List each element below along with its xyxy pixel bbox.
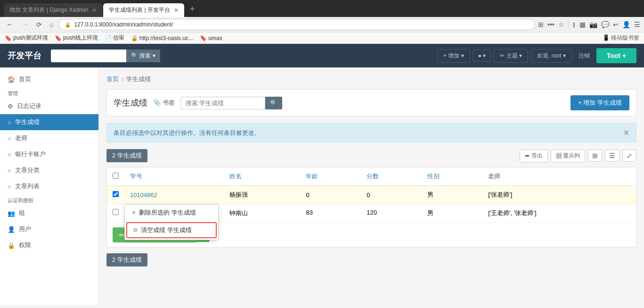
delete-icon: ✕ [131, 209, 136, 216]
row-1-age: 0 [300, 186, 361, 204]
row-2-checkbox[interactable] [113, 209, 119, 215]
reload-button[interactable]: ⟳ [34, 19, 44, 30]
page-search-input[interactable] [180, 97, 265, 109]
article-list-icon: ○ [8, 183, 11, 190]
sidebar-item-student-scores[interactable]: ○ 学生成绩 [0, 114, 98, 130]
star-icon[interactable]: ☆ [558, 21, 564, 28]
export-btn[interactable]: ➦ 导出 [520, 150, 547, 162]
col-score[interactable]: 分数 [361, 167, 422, 186]
sidebar-item-groups[interactable]: 👥 组 [0, 205, 98, 221]
list-view-btn[interactable]: ☰ [605, 150, 620, 162]
home-button[interactable]: ⌂ [47, 19, 56, 30]
add-student-score-btn[interactable]: + 增加 学生成绩 [571, 95, 629, 110]
header-search-btn[interactable]: 🔍 搜索 ▾ [126, 50, 160, 62]
dropdown-item-delete[interactable]: ✕ 删除所选的 学生成绩 [125, 205, 218, 221]
forward-button[interactable]: → [19, 19, 31, 30]
row-1-id-link[interactable]: 10104862 [130, 191, 157, 199]
back-button[interactable]: ← [4, 19, 16, 30]
chat-icon[interactable]: 💬 [601, 21, 609, 28]
col-student-id[interactable]: 学号 [124, 167, 224, 186]
display-columns-btn[interactable]: ▦ 显示列 [551, 150, 585, 162]
alert-close-btn[interactable]: ✕ [623, 128, 629, 137]
page-search-btn[interactable]: 🔍 [265, 97, 282, 109]
bookmarks-bar: 🔖 push测试环境 🔖 push线上环境 📄 信审 🔒 http://test… [0, 33, 644, 44]
breadcrumb-home-link[interactable]: 首页 [106, 75, 119, 83]
undo-icon[interactable]: ↩ [613, 21, 619, 28]
lock-icon: 🔒 [65, 22, 71, 28]
grid-icon[interactable]: ⊞ [538, 21, 544, 28]
browser-chrome: 增加 文章列表 | Django Xadmin ✕ 学生成绩列表 | 开发平台 … [0, 0, 644, 44]
users-icon: 👤 [8, 226, 15, 233]
breadcrumb-current: 学生成绩 [126, 75, 151, 83]
bottom-count-badge: 2 学生成绩 [106, 253, 147, 266]
account-icon[interactable]: 👤 [622, 21, 630, 28]
more-icon[interactable]: ••• [547, 21, 554, 28]
bookmark-5[interactable]: 🔖 umas [200, 35, 222, 42]
sidebar-item-article-category[interactable]: ○ 文章分类 [0, 162, 98, 178]
action-dropdown-menu: ✕ 删除所选的 学生成绩 ⚙ 清空成绩 学生成绩 [124, 204, 219, 240]
table-row: 10104862 杨振强 0 0 男 ['张老师'] [107, 186, 636, 204]
expand-view-btn[interactable]: ⤢ [622, 150, 636, 162]
sidebar-item-teacher[interactable]: ○ 老师 [0, 130, 98, 146]
theme-menu-btn[interactable]: ✏ 主题 ▾ [494, 49, 528, 63]
browser-tab-1[interactable]: 增加 文章列表 | Django Xadmin ✕ [4, 3, 102, 17]
header-right: + 增加 ▾ ● ▾ ✏ 主题 ▾ 欢迎, root ▾ 注销 Toot + [437, 48, 636, 63]
browser-tab-2[interactable]: 学生成绩列表 | 开发平台 ✕ [103, 3, 184, 17]
tab1-label: 增加 文章列表 | Django Xadmin [9, 6, 88, 14]
sidebar-item-home[interactable]: 🏠 首页 [0, 71, 98, 87]
card-view-btn[interactable]: ⊞ [588, 150, 602, 162]
table-row: ✕ 删除所选的 学生成绩 ⚙ 清空成绩 学生成绩 钟南山 83 [107, 204, 636, 223]
add-menu-btn[interactable]: + 增加 ▾ [437, 49, 470, 63]
sidebar-icon[interactable]: ⫿ [572, 21, 576, 28]
row-2-age: 83 [300, 204, 361, 223]
sidebar-section-auth: 认证和授权 [0, 194, 98, 205]
row-1-gender: 男 [422, 186, 482, 204]
logout-btn[interactable]: 注销 [575, 50, 594, 62]
logs-icon: ⚙ [8, 103, 13, 110]
address-bar[interactable]: 🔒 127.0.0.1:8000/xadmin/xadmin/student/ [58, 19, 535, 30]
welcome-btn[interactable]: 欢迎, root ▾ [531, 49, 572, 63]
page-title-bar: 学生成绩 📎 书签 🔍 + 增加 学生成绩 [106, 89, 636, 117]
row-2-name: 钟南山 [224, 204, 300, 223]
row-1-checkbox[interactable] [113, 191, 119, 197]
user-menu-btn[interactable]: ● ▾ [473, 50, 491, 62]
col-name[interactable]: 姓名 [224, 167, 300, 186]
bookmark-3[interactable]: 📄 信审 [105, 34, 124, 42]
bookmark-4[interactable]: 🔒 http://test3-oasis.uc... [131, 35, 193, 42]
tab2-close[interactable]: ✕ [174, 7, 179, 14]
groups-icon: 👥 [8, 210, 15, 217]
new-tab-button[interactable]: + [185, 2, 200, 16]
pencil-icon: ✏ [119, 232, 124, 239]
screenshot-icon[interactable]: 📷 [589, 21, 597, 28]
row-2-score: 120 [361, 204, 422, 223]
tab-grid-icon[interactable]: ▦ [579, 21, 586, 28]
tab1-close[interactable]: ✕ [92, 7, 97, 14]
col-gender[interactable]: 性别 [422, 167, 482, 186]
article-category-icon: ○ [8, 167, 11, 174]
col-teacher: 老师 [482, 167, 636, 186]
sidebar-item-users[interactable]: 👤 用户 [0, 221, 98, 237]
menu-icon[interactable]: ☰ [634, 21, 640, 28]
breadcrumb-sep: / [122, 76, 123, 83]
sidebar-item-article-list[interactable]: ○ 文章列表 [0, 178, 98, 194]
mobile-bookmarks[interactable]: 📱 移动版书签 [603, 34, 639, 42]
sidebar: 🏠 首页 管理 ⚙ 日志记录 ○ 学生成绩 ○ 老师 ○ 银行卡账户 ○ 文章分… [0, 67, 99, 305]
data-table: 学号 姓名 年龄 分数 性别 老师 101 [107, 167, 636, 223]
sidebar-item-permissions[interactable]: 🔒 权限 [0, 237, 98, 253]
toolbar-right: ➦ 导出 ▦ 显示列 ⊞ ☰ ⤢ [520, 150, 636, 162]
col-age[interactable]: 年龄 [300, 167, 361, 186]
sidebar-item-bank[interactable]: ○ 银行卡账户 [0, 146, 98, 162]
bookmark-1[interactable]: 🔖 push测试环境 [5, 34, 48, 42]
nav-right-area: ⊞ ••• ☆ ⫿ ▦ 📷 💬 ↩ 👤 ☰ [538, 21, 640, 28]
sidebar-item-logs[interactable]: ⚙ 日志记录 [0, 98, 98, 114]
dropdown-item-clear[interactable]: ⚙ 清空成绩 学生成绩 [126, 222, 217, 238]
bookmark-btn[interactable]: 📎 书签 [153, 99, 175, 107]
bookmark-2[interactable]: 🔖 push线上环境 [55, 34, 98, 42]
select-all-checkbox[interactable] [113, 173, 119, 179]
toot-button[interactable]: Toot + [596, 48, 636, 63]
alert-box: 条目必须选中以对其进行操作。没有任何条目被更改。 ✕ [106, 123, 636, 142]
header-search-input[interactable] [51, 50, 126, 62]
main-content: 首页 / 学生成绩 学生成绩 📎 书签 🔍 + 增加 学生成绩 条目必须选中以对… [99, 67, 644, 305]
tab2-label: 学生成绩列表 | 开发平台 [109, 6, 170, 14]
home-icon: 🏠 [8, 76, 15, 83]
